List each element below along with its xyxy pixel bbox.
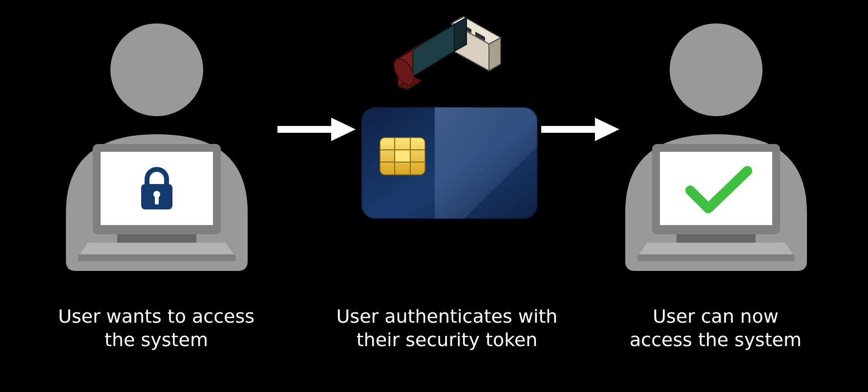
user-laptop-granted-icon <box>613 17 818 276</box>
svg-rect-35 <box>660 152 772 225</box>
caption-granted: User can now access the system <box>613 305 818 351</box>
svg-rect-7 <box>78 254 235 261</box>
arrow-1 <box>274 115 357 144</box>
arrow-right-icon <box>537 115 620 144</box>
caption-authenticate: User authenticates with their security t… <box>325 305 569 351</box>
step-granted <box>613 17 818 276</box>
arrow-2 <box>537 115 620 144</box>
arrow-right-icon <box>274 115 357 144</box>
user-laptop-locked-icon <box>54 17 259 276</box>
svg-point-0 <box>110 23 203 116</box>
svg-rect-37 <box>637 254 795 261</box>
caption-request: User wants to access the system <box>51 305 261 351</box>
security-tokens-icon <box>352 10 547 244</box>
step-authenticate <box>352 10 547 244</box>
smart-card-icon <box>361 107 537 219</box>
svg-rect-6 <box>117 234 196 243</box>
svg-rect-36 <box>677 234 756 243</box>
svg-point-33 <box>670 23 762 116</box>
usb-token-icon <box>390 17 501 89</box>
step-request <box>54 17 259 276</box>
svg-marker-15 <box>413 24 454 77</box>
svg-rect-30 <box>395 150 410 162</box>
svg-rect-5 <box>155 196 159 205</box>
diagram-stage: User wants to access the system User aut… <box>0 0 868 392</box>
